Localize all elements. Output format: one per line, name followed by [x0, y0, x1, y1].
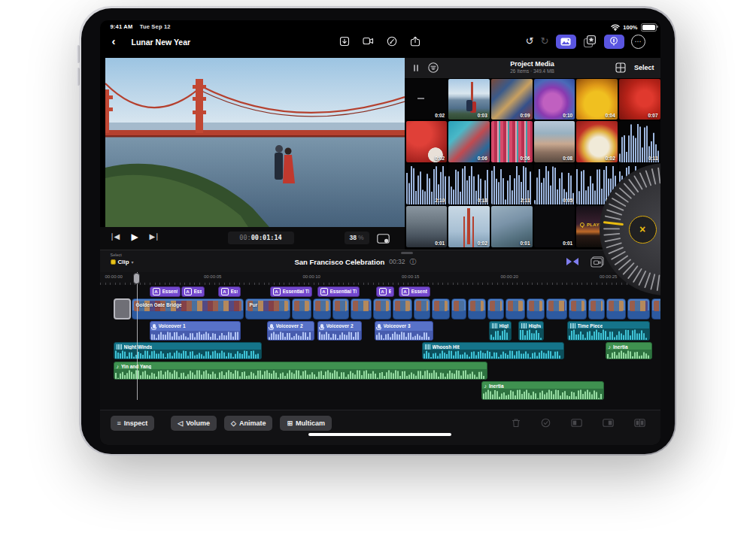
back-button[interactable]: ‹	[112, 35, 116, 47]
media-thumbnail[interactable]: 2:11	[491, 164, 533, 205]
trim-end-icon[interactable]	[603, 419, 614, 427]
playhead-handle[interactable]	[133, 273, 140, 284]
media-thumbnail[interactable]: 0:06	[491, 121, 533, 162]
play-icon[interactable]: ▶	[132, 232, 138, 242]
timeline-clip[interactable]	[114, 298, 131, 319]
timeline-clip-essential-titl[interactable]: AEssential Titl	[270, 286, 312, 297]
filmstrip-thumbnails	[548, 301, 565, 311]
filter-icon[interactable]	[427, 62, 439, 77]
timeline-clip-highwa[interactable]: Highwa	[518, 321, 544, 341]
timeline-clip-golden-gate-bridge[interactable]: Golden Gate Bridge	[132, 298, 244, 319]
timeline-clip[interactable]	[451, 298, 466, 319]
timeline-clip[interactable]	[627, 298, 650, 319]
media-thumbnail[interactable]: 0:02	[448, 206, 490, 247]
check-circle-icon[interactable]	[541, 418, 551, 428]
timeline-clip[interactable]	[313, 298, 331, 319]
timeline-clip-essentia[interactable]: AEssentia	[399, 286, 430, 297]
media-thumbnail[interactable]: 0:01	[491, 206, 533, 247]
panel-resize-handle[interactable]	[401, 252, 413, 254]
media-thumbnail[interactable]: 2:10	[406, 164, 448, 205]
split-clip-icon[interactable]	[634, 419, 645, 427]
skip-forward-icon[interactable]: ▶∣	[150, 232, 159, 241]
skip-back-icon[interactable]: ∣◀	[111, 232, 120, 241]
timeline-clip[interactable]	[414, 298, 430, 319]
timeline-clip[interactable]	[651, 298, 660, 319]
timeline-clip-essential-titl[interactable]: AEssential Titl	[317, 286, 360, 297]
share-icon[interactable]	[410, 36, 421, 47]
media-thumbnail[interactable]: 0:07	[619, 79, 660, 120]
media-browser-button[interactable]	[556, 35, 576, 49]
animate-button[interactable]: ◇Animate	[224, 416, 272, 431]
info-icon[interactable]: ⓘ	[410, 257, 417, 267]
timeline-clip[interactable]	[546, 298, 567, 319]
timeline-clip-pur[interactable]: Pur	[245, 298, 290, 319]
viewer-overlay-icon[interactable]	[377, 233, 390, 247]
timeline-clip-voiceover-1[interactable]: Voiceover 1	[150, 321, 241, 341]
media-thumbnail[interactable]: 0:10	[534, 79, 575, 120]
media-thumbnail[interactable]: 0:05	[534, 164, 575, 205]
media-thumbnail[interactable]: 0:03	[448, 79, 490, 120]
trash-icon[interactable]	[512, 418, 521, 428]
media-thumbnail[interactable]: 0:08	[534, 121, 575, 162]
more-icon[interactable]: ⋯	[631, 35, 645, 49]
playhead-line[interactable]	[137, 272, 138, 400]
media-thumbnail[interactable]: 0:01	[534, 206, 575, 247]
home-indicator[interactable]	[308, 433, 451, 436]
timeline-clip[interactable]	[393, 298, 412, 319]
timeline-clip[interactable]	[527, 298, 545, 319]
filmstrip-thumbnails	[454, 301, 464, 311]
select-button[interactable]: Select	[634, 64, 654, 71]
media-thumbnail[interactable]: 0:02	[406, 79, 448, 120]
media-thumbnail[interactable]: 0:02	[406, 121, 448, 162]
redo-icon[interactable]: ↻	[541, 36, 549, 47]
jog-wheel-toggle-button[interactable]	[604, 35, 624, 49]
media-thumbnail[interactable]: 0:01	[406, 206, 448, 247]
media-thumbnail[interactable]: 0:06	[448, 121, 490, 162]
timeline-clip[interactable]	[506, 298, 525, 319]
jog-wheel-close-button[interactable]: ×	[629, 216, 657, 244]
timeline-clip[interactable]	[351, 298, 372, 319]
import-icon[interactable]	[339, 36, 350, 47]
multicam-button[interactable]: ⊞Multicam	[280, 416, 332, 431]
undo-icon[interactable]: ↺	[526, 36, 534, 47]
media-thumbnail[interactable]: 0:04	[576, 79, 618, 120]
timeline-clip-night-winds[interactable]: Night Winds	[114, 342, 262, 359]
timeline-clip[interactable]	[569, 298, 587, 319]
timeline-clip-ess[interactable]: AEss	[181, 286, 205, 297]
timeline-clip-essentia[interactable]: AEssentia	[150, 286, 181, 297]
camera-icon[interactable]	[363, 37, 374, 45]
effects-button[interactable]	[583, 35, 597, 49]
timeline-clip[interactable]	[432, 298, 450, 319]
timeline-clip[interactable]	[588, 298, 605, 319]
timeline-clip-whoosh-hit[interactable]: Whoosh Hit	[422, 342, 564, 359]
pause-icon[interactable]	[414, 65, 419, 71]
draw-icon[interactable]	[387, 36, 397, 47]
inspect-button[interactable]: ≡Inspect	[111, 416, 155, 431]
timeline-clip-yin-and-yang[interactable]: ♪Yin and Yang	[114, 362, 487, 380]
timeline-clip-ess[interactable]: AEss	[218, 286, 241, 297]
trim-start-icon[interactable]	[571, 419, 582, 427]
timeline-clip-voiceover-2[interactable]: Voiceover 2	[267, 321, 314, 341]
media-thumbnail[interactable]: 0:09	[491, 79, 533, 120]
timeline-clip[interactable]	[468, 298, 486, 319]
timeline-clip[interactable]	[332, 298, 349, 319]
grid-view-icon[interactable]	[615, 62, 626, 76]
timeline-clip[interactable]	[373, 298, 391, 319]
timeline-clip[interactable]	[487, 298, 504, 319]
clip-header: Whoosh Hit	[423, 343, 563, 350]
tool-selector[interactable]: Select Clip ▾	[111, 253, 134, 265]
zoom-level[interactable]: 38%	[345, 232, 369, 244]
timeline-clip[interactable]	[606, 298, 626, 319]
waveform-icon	[117, 344, 122, 350]
media-thumbnail[interactable]: 0:18	[448, 164, 490, 205]
volume-button[interactable]: ◁Volume	[171, 416, 217, 431]
timeline-clip-voiceover-2[interactable]: Voiceover 2	[317, 321, 362, 341]
timeline-clip-voiceover-3[interactable]: Voiceover 3	[375, 321, 433, 341]
timeline-clip-inertia[interactable]: ♪Inertia	[481, 381, 604, 400]
timeline-clip-high[interactable]: High	[489, 321, 512, 341]
timeline-clip[interactable]	[292, 298, 311, 319]
timeline-clip-es[interactable]: AEs	[376, 286, 394, 297]
video-viewer[interactable]	[105, 58, 405, 227]
timeline-clip-time-piece[interactable]: Time Piece	[567, 321, 650, 341]
timeline-clip-inertia[interactable]: ♪Inertia	[606, 342, 652, 359]
